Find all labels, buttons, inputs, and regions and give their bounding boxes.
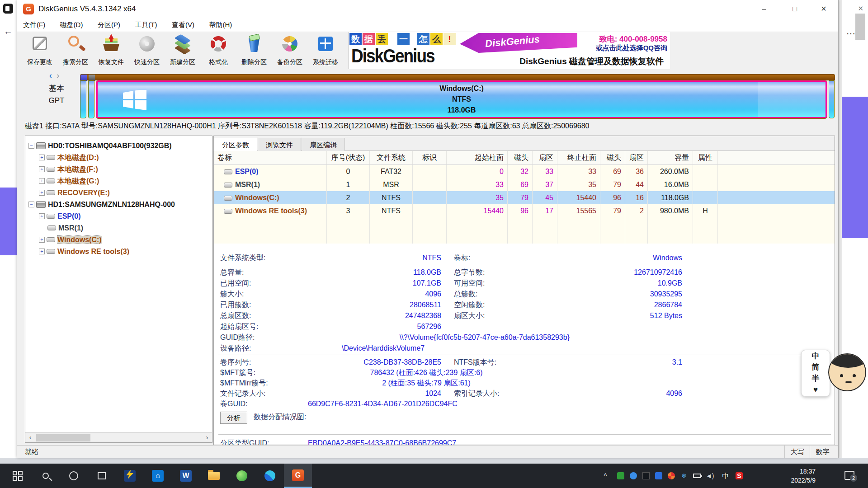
collapse-icon[interactable]: − <box>28 202 34 207</box>
tree-horizontal-scrollbar[interactable]: ‹ › <box>25 432 212 442</box>
delete-partition-button[interactable]: 删除分区 <box>236 33 272 68</box>
search-partition-button[interactable]: 搜索分区 <box>58 33 93 68</box>
tray-qq-icon[interactable] <box>655 472 662 479</box>
partition-icon <box>224 209 232 214</box>
table-row[interactable]: ESP(0) 0 FAT32 0 32 33 33 69 36 260.0MB <box>214 165 835 178</box>
banner-phone: 致电: 400-008-9958 <box>599 34 667 44</box>
table-row-selected[interactable]: Windows(C:) 2 NTFS 35 79 45 15440 96 16 … <box>214 191 835 204</box>
tray-blue-circle-icon[interactable] <box>630 472 637 479</box>
partition-msr[interactable] <box>88 80 94 118</box>
taskbar-search-button[interactable] <box>32 464 60 488</box>
tray-snowflake-icon[interactable]: ❄ <box>680 472 688 479</box>
ime-avatar[interactable] <box>828 353 866 391</box>
diskgenius-taskbar-icon: G <box>292 469 304 481</box>
quick-partition-button[interactable]: 快速分区 <box>129 33 165 68</box>
tree-item-hd1[interactable]: −HD1:SAMSUNGMZNLN128HAHQ-000 <box>25 198 212 210</box>
tree-item-windows-re[interactable]: +Windows RE tools(3) <box>25 245 212 257</box>
taskbar-app-word[interactable]: W <box>172 464 200 488</box>
next-disk-icon[interactable]: › <box>57 70 64 80</box>
heart-icon[interactable]: ♥ <box>802 384 830 395</box>
recover-files-button[interactable]: 恢复文件 <box>94 33 129 68</box>
tray-input-indicator[interactable]: 中 <box>722 472 729 479</box>
tray-sogou-icon[interactable]: S <box>736 472 743 479</box>
more-icon[interactable]: ⋯ <box>846 28 856 39</box>
new-partition-button[interactable]: 新建分区 <box>165 33 200 68</box>
window-title: DiskGenius V5.4.3.1342 x64 <box>38 0 136 18</box>
cortana-button[interactable] <box>60 464 88 488</box>
taskbar-file-explorer[interactable] <box>200 464 228 488</box>
tree-item-msr[interactable]: MSR(1) <box>25 222 212 234</box>
menubar: 文件(F) 磁盘(D) 分区(P) 工具(T) 查看(V) 帮助(H) <box>17 18 838 32</box>
tree-item-disk-d[interactable]: +本地磁盘(D:) <box>25 151 212 163</box>
format-button[interactable]: 格式化 <box>201 33 236 68</box>
tray-volume-icon[interactable]: ◄) <box>706 472 713 479</box>
background-close-icon[interactable]: ✕ <box>858 5 863 13</box>
taskbar-app-browser[interactable] <box>228 464 256 488</box>
minimize-button[interactable]: – <box>751 0 777 18</box>
detail-row: 卷序列号: C238-DB37-38DB-28E5 NTFS版本号: 3.1 <box>214 357 835 368</box>
tree-item-hd0[interactable]: −HD0:TOSHIBAMQ04ABF100(932GB) <box>25 140 212 151</box>
scrollbar-thumb[interactable] <box>36 434 90 441</box>
partition-windows-c[interactable]: Windows(C:) NTFS 118.0GB <box>96 80 827 118</box>
partition-esp[interactable] <box>80 80 86 118</box>
menu-disk[interactable]: 磁盘(D) <box>54 18 90 32</box>
analyze-button[interactable]: 分析 <box>220 412 247 424</box>
taskbar-app-edge[interactable] <box>256 464 284 488</box>
expand-icon[interactable]: + <box>39 166 45 172</box>
tray-pinwheel-icon[interactable] <box>668 472 675 479</box>
close-button[interactable]: ✕ <box>811 0 836 18</box>
tray-shield-icon[interactable] <box>617 472 624 479</box>
taskbar-app-store[interactable]: ⌂ <box>144 464 172 488</box>
expand-icon[interactable]: + <box>39 155 45 160</box>
partition-icon <box>224 196 232 201</box>
collapse-icon[interactable]: − <box>28 143 34 149</box>
tray-expand-button[interactable]: ^ <box>599 464 613 488</box>
banner-qq-link[interactable]: 或点击此处选择QQ咨询 <box>596 44 667 52</box>
tree-item-disk-f[interactable]: +本地磁盘(F:) <box>25 163 212 175</box>
scroll-right-icon[interactable]: › <box>202 433 212 443</box>
detail-row: 簇大小: 4096 总簇数: 30935295 <box>214 289 835 300</box>
menu-tools[interactable]: 工具(T) <box>128 18 163 32</box>
partition-icon <box>47 190 55 195</box>
menu-file[interactable]: 文件(F) <box>17 18 52 32</box>
tree-item-windows-c[interactable]: +Windows(C:) <box>25 234 212 245</box>
expand-icon[interactable]: + <box>39 237 45 243</box>
start-button[interactable] <box>4 464 32 488</box>
background-scrollbar[interactable] <box>855 14 865 40</box>
input-method-widget[interactable]: 中 简 半 ♥ <box>801 349 868 399</box>
tree-item-disk-g[interactable]: +本地磁盘(G:) <box>25 175 212 187</box>
allocation-map-label: 数据分配情况图: <box>254 413 306 422</box>
tab-sector-edit[interactable]: 扇区编辑 <box>302 138 345 151</box>
save-changes-button[interactable]: 保存更改 <box>22 33 57 68</box>
menu-view[interactable]: 查看(V) <box>165 18 201 32</box>
expand-icon[interactable]: + <box>39 178 45 184</box>
backup-partition-button[interactable]: 备份分区 <box>272 33 307 68</box>
expand-icon[interactable]: + <box>39 213 45 219</box>
system-migration-button[interactable]: 系统迁移 <box>308 33 343 68</box>
tab-partition-params[interactable]: 分区参数 <box>214 138 257 151</box>
notification-center-button[interactable]: 2 <box>844 471 854 480</box>
taskbar-clock[interactable]: 18:37 2022/5/9 <box>774 467 816 485</box>
prev-disk-icon[interactable]: ‹ <box>49 70 57 80</box>
table-row[interactable]: Windows RE tools(3) 3 NTFS 15440 96 17 1… <box>214 204 835 217</box>
tray-battery-icon[interactable] <box>693 472 700 479</box>
back-arrow-icon[interactable]: ← <box>4 26 13 37</box>
expand-icon[interactable]: + <box>39 249 45 254</box>
tab-browse-files[interactable]: 浏览文件 <box>258 138 301 151</box>
scroll-left-icon[interactable]: ‹ <box>25 433 35 443</box>
taskbar-app-diskgenius[interactable]: G <box>284 464 312 488</box>
maximize-button[interactable]: □ <box>782 0 807 18</box>
taskbar-app-1[interactable] <box>116 464 144 488</box>
partition-windows-re[interactable] <box>829 80 835 118</box>
ime-state-box[interactable]: 中 简 半 ♥ <box>801 350 830 397</box>
tree-item-recovery-e[interactable]: +RECOVERY(E:) <box>25 187 212 198</box>
disk-header-strip <box>80 74 835 80</box>
tree-item-esp[interactable]: +ESP(0) <box>25 210 212 222</box>
task-view-button[interactable] <box>88 464 116 488</box>
tray-dark-icon[interactable] <box>642 472 650 479</box>
table-row[interactable]: MSR(1) 1 MSR 33 69 37 35 79 44 16.0MB <box>214 178 835 191</box>
expand-icon[interactable]: + <box>39 190 45 196</box>
menu-help[interactable]: 帮助(H) <box>203 18 238 32</box>
menu-partition[interactable]: 分区(P) <box>91 18 127 32</box>
ad-banner[interactable]: 数 据 丢 一 怎 么 ! DiskGenius DiskGenius 致电: … <box>348 32 670 69</box>
